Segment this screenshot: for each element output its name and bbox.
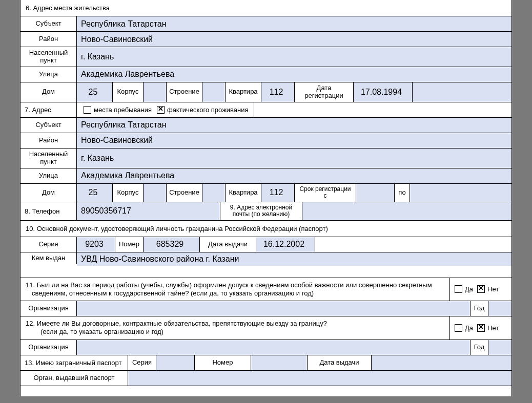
label-subjekt-7: Субъект [21,118,77,133]
label-subjekt: Субъект [21,16,77,31]
spacer [413,82,511,102]
label-phone: 8. Телефон [21,202,77,220]
value-kvartira-6[interactable]: 112 [261,82,295,102]
section-6-title: 6. Адрес места жительства [21,0,511,16]
value-god-12[interactable] [488,340,511,355]
label-ulitsa-7: Улица [21,168,77,183]
label-fakt: фактического проживания [167,106,249,114]
checkbox-12-net[interactable] [477,324,485,332]
label-org-12: Организация [21,340,77,355]
label-srok: Срок регистрации с [295,184,356,202]
label-po: по [395,184,410,202]
value-subjekt-6[interactable]: Республика Татарстан [77,16,511,31]
value-data-13[interactable] [372,355,511,370]
value-org-11[interactable] [77,301,470,316]
checkbox-fakt[interactable] [157,106,165,114]
checkbox-preb[interactable] [84,106,91,114]
checkbox-11-net[interactable] [477,285,485,293]
label-korpus-7: Корпус [113,184,144,202]
label-da: Да [465,285,473,293]
label-korpus: Корпус [113,82,144,102]
value-ulitsa-7[interactable]: Академика Лаврентьева [77,168,511,183]
value-kem-10[interactable]: УВД Ново-Савиновского района г. Казани [77,252,511,266]
label-ulitsa: Улица [21,67,77,82]
q11-answers: Да Нет [450,278,511,301]
value-god-11[interactable] [488,301,511,316]
section-13-title: 13. Имею заграничный паспорт [21,355,128,370]
value-org-12[interactable] [77,340,470,355]
label-naspunkt: Населенный пункт [21,47,77,67]
label-dom-7: Дом [21,184,77,202]
label-seria: Серия [21,237,77,252]
value-nomer-13[interactable] [251,355,308,370]
label-nomer-13: Номер [195,355,251,370]
value-naspunkt-7[interactable]: г. Казань [77,149,511,168]
section-7-title: 7. Адрес [21,102,77,117]
value-datareg-6[interactable]: 17.08.1994 [354,82,413,102]
label-email: 9. Адрес электронной почты (по желанию) [220,202,302,220]
addr-type-options: места пребывания фактического проживания [77,102,254,117]
value-kvartira-7[interactable]: 112 [261,184,295,202]
checkbox-11-da[interactable] [455,285,462,293]
label-data-13: Дата выдачи [308,355,372,370]
value-korpus-7[interactable] [144,184,167,202]
label-god-12: Год [470,340,488,355]
label-kem-vydan: Кем выдан [21,252,77,264]
value-ulitsa-6[interactable]: Академика Лаврентьева [77,67,511,82]
value-seria-13[interactable] [156,355,195,370]
label-kvartira: Квартира [226,82,261,102]
label-organ-13: Орган, выдавший паспорт [21,371,128,386]
value-srok-s[interactable] [356,184,395,202]
label-datareg: Дата регистрации [295,82,354,102]
value-dom-6[interactable]: 25 [77,82,113,102]
section-11-text: 11. Был ли на Вас за период работы (учеб… [21,278,450,301]
label-nomer: Номер [115,237,144,252]
label-seria-13: Серия [128,355,156,370]
label-naspunkt-7: Населенный пункт [21,149,77,168]
label-data-vydachi: Дата выдачи [200,237,256,252]
label-kvartira-7: Квартира [226,184,261,202]
label-dom: Дом [21,82,77,102]
label-stroenie: Строение [167,82,202,102]
value-data-10[interactable]: 16.12.2002 [256,237,315,252]
value-rajon-7[interactable]: Ново-Савиновский [77,133,511,148]
label-god-11: Год [470,301,488,316]
label-preb: места пребывания [94,106,152,114]
form-page: 6. Адрес места жительства Субъект Респуб… [20,0,512,396]
value-korpus-6[interactable] [144,82,167,102]
label-org-11: Организация [21,301,77,316]
section-12-text: 12. Имеете ли Вы договорные, контрактные… [21,316,450,340]
value-stroenie-6[interactable] [202,82,226,102]
value-rajon-6[interactable]: Ново-Савиновский [77,32,511,47]
value-dom-7[interactable]: 25 [77,184,113,202]
label-rajon-7: Район [21,133,77,148]
value-phone[interactable]: 89050356717 [77,202,220,220]
label-rajon: Район [21,32,77,47]
value-organ-13[interactable] [128,371,511,386]
q12-answers: Да Нет [450,316,511,340]
value-srok-po[interactable] [410,184,511,202]
spacer [315,237,511,252]
value-nomer-10[interactable]: 685329 [144,237,200,252]
label-stroenie-7: Строение [167,184,202,202]
label-net: Нет [487,285,499,293]
value-stroenie-7[interactable] [202,184,226,202]
value-naspunkt-6[interactable]: г. Казань [77,47,511,67]
checkbox-12-da[interactable] [455,324,462,332]
value-subjekt-7[interactable]: Республика Татарстан [77,118,511,133]
label-da-12: Да [465,324,473,332]
label-net-12: Нет [487,324,499,332]
spacer [254,102,511,117]
value-seria-10[interactable]: 9203 [77,237,115,252]
value-email[interactable] [302,202,511,220]
section-10-title: 10. Основной документ, удостоверяющий ли… [21,221,511,237]
